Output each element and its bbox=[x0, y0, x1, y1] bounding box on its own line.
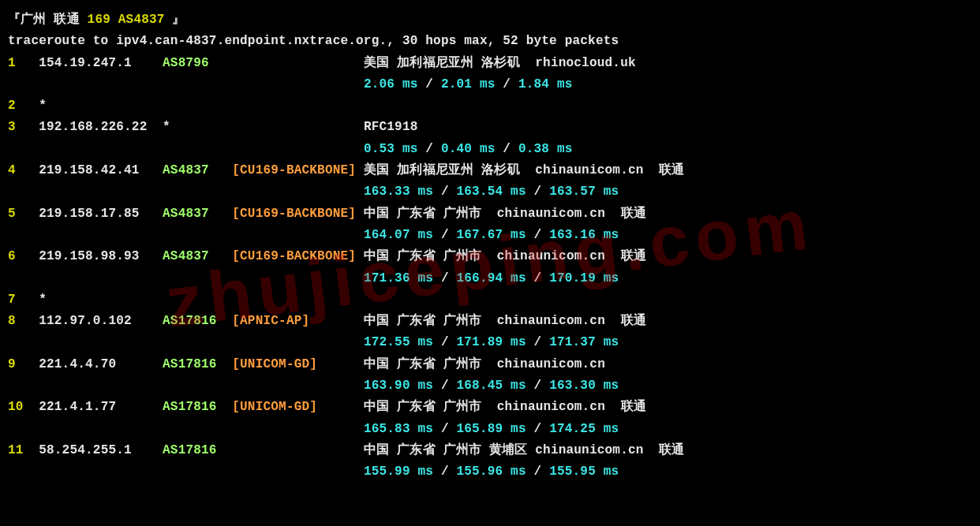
hop-asn: AS4837 bbox=[163, 207, 232, 221]
hop-ip: 219.158.98.93 bbox=[39, 249, 163, 263]
rtt-value: 0.40 ms bbox=[441, 142, 496, 156]
rtt-value: 171.36 ms bbox=[364, 271, 433, 285]
hop-rtt: 163.33 ms / 163.54 ms / 163.57 ms bbox=[8, 181, 972, 203]
hop-rtt: 171.36 ms / 166.94 ms / 170.19 ms bbox=[8, 268, 972, 289]
hop-asn: AS4837 bbox=[163, 163, 232, 177]
hop-number: 8 bbox=[8, 314, 39, 328]
hop-row: 11 58.254.255.1 AS17816 中国 广东省 广州市 黄埔区 c… bbox=[8, 440, 972, 461]
hop-rtt: 172.55 ms / 171.89 ms / 171.37 ms bbox=[8, 332, 972, 353]
rtt-value: 155.99 ms bbox=[364, 464, 433, 479]
hop-tag: [CU169-BACKBONE] bbox=[232, 163, 364, 177]
hop-rtt: 0.53 ms / 0.40 ms / 0.38 ms bbox=[8, 139, 972, 160]
rtt-value: 0.38 ms bbox=[518, 142, 573, 156]
hop-row: 4 219.158.42.41 AS4837 [CU169-BACKBONE] … bbox=[8, 160, 972, 181]
hop-desc: 美国 加利福尼亚州 洛杉矶 chinaunicom.cn 联通 bbox=[364, 163, 685, 177]
rtt-value: 167.67 ms bbox=[457, 228, 526, 242]
hop-row: 10 221.4.1.77 AS17816 [UNICOM-GD] 中国 广东省… bbox=[8, 397, 972, 418]
hop-ip: 219.158.17.85 bbox=[39, 207, 163, 221]
hop-tag: [APNIC-AP] bbox=[232, 314, 364, 328]
hop-number: 2 bbox=[8, 99, 39, 113]
rtt-value: 174.25 ms bbox=[549, 422, 619, 436]
hop-row: 1 154.19.247.1 AS8796 美国 加利福尼亚州 洛杉矶 rhin… bbox=[8, 53, 972, 74]
hop-number: 4 bbox=[8, 163, 39, 177]
hop-number: 6 bbox=[8, 249, 39, 263]
hop-row: 7 * bbox=[8, 289, 972, 311]
hop-number: 5 bbox=[8, 207, 39, 221]
rtt-value: 165.89 ms bbox=[457, 422, 526, 436]
rtt-value: 1.84 ms bbox=[518, 77, 573, 91]
hop-ip: * bbox=[39, 293, 163, 307]
hop-ip: 192.168.226.22 bbox=[39, 120, 163, 134]
rtt-value: 171.89 ms bbox=[457, 335, 526, 349]
hop-asn bbox=[163, 293, 232, 307]
hop-tag bbox=[232, 293, 364, 307]
rtt-value: 2.06 ms bbox=[364, 77, 418, 91]
hop-number: 3 bbox=[8, 120, 39, 134]
hop-tag: [UNICOM-GD] bbox=[232, 400, 364, 414]
hop-tag bbox=[232, 56, 364, 70]
rtt-value: 164.07 ms bbox=[364, 228, 433, 242]
terminal-output: 『广州 联通 169 AS4837 』traceroute to ipv4.ca… bbox=[0, 0, 980, 493]
hop-asn: AS17816 bbox=[163, 357, 232, 371]
hop-desc: 美国 加利福尼亚州 洛杉矶 rhinocloud.uk bbox=[364, 56, 636, 70]
hop-tag bbox=[232, 120, 364, 134]
hop-row: 9 221.4.4.70 AS17816 [UNICOM-GD] 中国 广东省 … bbox=[8, 354, 972, 375]
hop-number: 9 bbox=[8, 357, 39, 371]
hop-desc: 中国 广东省 广州市 chinaunicom.cn 联通 bbox=[364, 249, 646, 263]
rtt-value: 163.30 ms bbox=[549, 379, 619, 393]
hop-row: 8 112.97.0.102 AS17816 [APNIC-AP] 中国 广东省… bbox=[8, 311, 972, 332]
hop-desc: RFC1918 bbox=[364, 120, 418, 134]
hop-rtt: 163.90 ms / 168.45 ms / 163.30 ms bbox=[8, 375, 972, 397]
hop-ip: 219.158.42.41 bbox=[39, 163, 163, 177]
hop-asn: AS17816 bbox=[163, 443, 232, 457]
hop-number: 1 bbox=[8, 56, 39, 70]
rtt-value: 155.95 ms bbox=[549, 464, 619, 479]
hop-ip: 58.254.255.1 bbox=[39, 443, 163, 457]
hop-rtt: 164.07 ms / 167.67 ms / 163.16 ms bbox=[8, 225, 972, 246]
rtt-value: 163.33 ms bbox=[364, 185, 433, 199]
trace-line: traceroute to ipv4.can-4837.endpoint.nxt… bbox=[8, 31, 972, 52]
hop-rtt: 155.99 ms / 155.96 ms / 155.95 ms bbox=[8, 461, 972, 483]
rtt-value: 163.57 ms bbox=[549, 185, 619, 199]
hop-rtt: 2.06 ms / 2.01 ms / 1.84 ms bbox=[8, 74, 972, 95]
rtt-value: 172.55 ms bbox=[364, 335, 433, 349]
rtt-value: 163.16 ms bbox=[549, 228, 619, 242]
hop-number: 10 bbox=[8, 400, 39, 414]
hop-desc: 中国 广东省 广州市 chinaunicom.cn 联通 bbox=[364, 400, 646, 414]
hop-desc: 中国 广东省 广州市 chinaunicom.cn 联通 bbox=[364, 207, 646, 221]
hop-asn: AS8796 bbox=[163, 56, 232, 70]
hop-number: 7 bbox=[8, 293, 39, 307]
hop-asn: AS17816 bbox=[163, 400, 232, 414]
hop-number: 11 bbox=[8, 443, 39, 457]
rtt-value: 0.53 ms bbox=[364, 142, 418, 156]
hop-row: 5 219.158.17.85 AS4837 [CU169-BACKBONE] … bbox=[8, 203, 972, 225]
rtt-value: 171.37 ms bbox=[549, 335, 619, 349]
hop-asn: AS4837 bbox=[163, 249, 232, 263]
rtt-value: 155.96 ms bbox=[457, 464, 526, 479]
hop-ip: 221.4.1.77 bbox=[39, 400, 163, 414]
hop-asn: AS17816 bbox=[163, 314, 232, 328]
hop-desc: 中国 广东省 广州市 黄埔区 chinaunicom.cn 联通 bbox=[364, 443, 685, 457]
hop-tag: [UNICOM-GD] bbox=[232, 357, 364, 371]
hop-desc: 中国 广东省 广州市 chinaunicom.cn bbox=[364, 357, 605, 371]
hop-tag bbox=[232, 99, 364, 113]
hop-ip: 154.19.247.1 bbox=[39, 56, 163, 70]
rtt-value: 170.19 ms bbox=[549, 271, 619, 285]
rtt-value: 168.45 ms bbox=[457, 379, 526, 393]
hop-asn bbox=[163, 99, 232, 113]
hop-row: 6 219.158.98.93 AS4837 [CU169-BACKBONE] … bbox=[8, 246, 972, 267]
hop-asn: * bbox=[163, 120, 232, 134]
rtt-value: 165.83 ms bbox=[364, 422, 433, 436]
rtt-value: 2.01 ms bbox=[441, 77, 496, 91]
rtt-value: 163.54 ms bbox=[457, 185, 526, 199]
hop-row: 3 192.168.226.22 * RFC1918 bbox=[8, 117, 972, 138]
rtt-value: 163.90 ms bbox=[364, 379, 433, 393]
hop-tag: [CU169-BACKBONE] bbox=[232, 207, 364, 221]
trace-header: 『广州 联通 169 AS4837 』 bbox=[8, 9, 972, 31]
hop-rtt: 165.83 ms / 165.89 ms / 174.25 ms bbox=[8, 419, 972, 440]
hop-ip: 112.97.0.102 bbox=[39, 314, 163, 328]
hop-row: 2 * bbox=[8, 95, 972, 117]
hop-tag: [CU169-BACKBONE] bbox=[232, 249, 364, 263]
hop-tag bbox=[232, 443, 364, 457]
hop-ip: * bbox=[39, 99, 163, 113]
